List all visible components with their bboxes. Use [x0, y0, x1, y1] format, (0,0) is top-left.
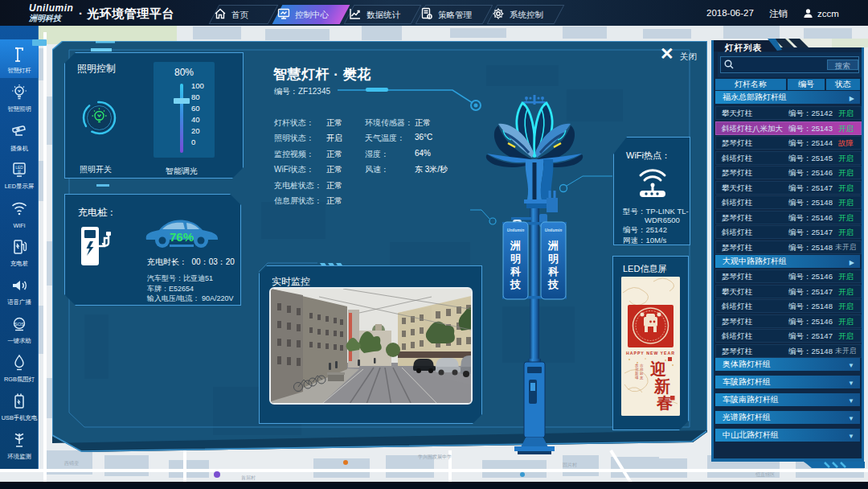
- svg-text:Unilumin: Unilumin: [545, 228, 562, 232]
- svg-text:春: 春: [656, 394, 673, 412]
- svg-text:技: 技: [510, 278, 522, 290]
- svg-text:明: 明: [510, 253, 521, 265]
- svg-text:明: 明: [548, 253, 559, 265]
- svg-text:洲: 洲: [510, 240, 521, 252]
- svg-text:科: 科: [510, 265, 521, 277]
- svg-text:科: 科: [547, 265, 559, 277]
- svg-text:屏: 屏: [18, 170, 22, 174]
- svg-text:迎: 迎: [649, 360, 666, 378]
- svg-text:首层村: 首层村: [241, 475, 256, 481]
- svg-text:Unilumin: Unilumin: [507, 228, 524, 232]
- svg-text:HAPPY NEW YEAR: HAPPY NEW YEAR: [626, 351, 675, 355]
- svg-text:76%: 76%: [170, 230, 194, 244]
- svg-text:恒直辖区: 恒直辖区: [755, 471, 775, 478]
- svg-text:学兴围发展中学: 学兴围发展中学: [418, 454, 452, 460]
- svg-text:SOS: SOS: [14, 322, 25, 327]
- svg-text:新: 新: [653, 377, 670, 395]
- svg-text:禧: 禧: [634, 376, 639, 380]
- svg-text:西锦变: 西锦变: [64, 460, 79, 466]
- svg-text:技: 技: [547, 278, 559, 290]
- svg-text:意: 意: [639, 376, 644, 380]
- svg-text:固片村: 固片村: [563, 462, 577, 468]
- svg-text:洲: 洲: [547, 240, 559, 252]
